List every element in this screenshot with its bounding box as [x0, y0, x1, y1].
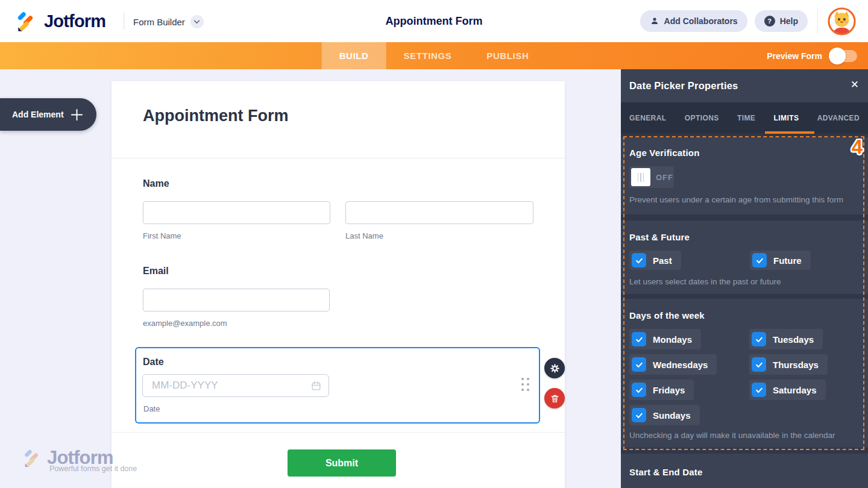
first-name-sublabel: First Name [143, 231, 181, 240]
tab-build[interactable]: BUILD [322, 42, 386, 69]
question-icon: ? [764, 16, 775, 27]
checked-checkbox-icon [752, 332, 766, 346]
header-divider [124, 13, 124, 30]
checked-checkbox-icon [632, 408, 646, 422]
email-sublabel: example@example.com [143, 319, 227, 328]
past-future-description: Let users select dates in the past or fu… [629, 277, 781, 286]
checkbox-fridays[interactable]: Fridays [629, 380, 694, 400]
age-verification-toggle[interactable]: OFF [629, 166, 674, 188]
panel-tab-time[interactable]: TIME [737, 114, 755, 122]
toggle-knob [631, 168, 650, 186]
checked-checkbox-icon [632, 332, 646, 346]
form-card: Appointment Form Name First Name Last Na… [112, 81, 565, 488]
date-field-label[interactable]: Date [143, 357, 164, 368]
checked-checkbox-icon [632, 383, 646, 397]
checked-checkbox-icon [632, 357, 646, 372]
page-title: Appointment Form [386, 15, 483, 28]
date-sublabel: Date [143, 404, 160, 413]
section-days-of-week: Days of the week Mondays Tuesdays Wednes… [621, 299, 868, 448]
past-future-heading: Past & Future [629, 232, 690, 242]
checkbox-mondays[interactable]: Mondays [629, 329, 701, 349]
preview-form-toggle[interactable] [829, 48, 857, 64]
tab-settings[interactable]: SETTINGS [386, 42, 469, 69]
checkbox-wednesdays[interactable]: Wednesdays [629, 354, 717, 375]
date-picker-properties-panel: Date Picker Properties ✕ GENERAL OPTIONS… [621, 69, 868, 488]
app-header: Jotform Form Builder Appointment Form Ad… [0, 0, 868, 42]
builder-nav: BUILD SETTINGS PUBLISH Preview Form [0, 42, 868, 69]
divider [112, 158, 565, 158]
date-field-selected[interactable]: Date Date [135, 347, 540, 424]
step-badge: 4 [852, 136, 863, 158]
days-of-week-heading: Days of the week [629, 310, 705, 321]
last-name-input[interactable] [345, 201, 533, 224]
checked-checkbox-icon [752, 383, 766, 397]
divider [112, 432, 565, 433]
last-name-sublabel: Last Name [345, 231, 383, 240]
preview-form-label: Preview Form [767, 51, 822, 61]
plus-icon [70, 108, 84, 122]
panel-tabs: GENERAL OPTIONS TIME LIMITS ADVANCED [621, 102, 868, 134]
builder-canvas: Add Element Appointment Form Name First … [0, 69, 621, 488]
close-icon[interactable]: ✕ [851, 80, 859, 90]
age-verification-description: Prevent users under a certain age from s… [629, 195, 843, 204]
checkbox-saturdays[interactable]: Saturdays [749, 380, 826, 400]
field-settings-button[interactable] [544, 358, 565, 378]
first-name-input[interactable] [143, 201, 330, 224]
jotform-logo[interactable]: Jotform [14, 10, 105, 33]
jotform-watermark[interactable]: Jotform Powerful forms get it done [22, 447, 137, 473]
help-button[interactable]: ? Help [755, 10, 808, 32]
add-element-label: Add Element [12, 110, 64, 119]
gear-icon [549, 363, 561, 374]
field-delete-button[interactable] [544, 388, 565, 408]
panel-header: Date Picker Properties ✕ [621, 69, 868, 102]
trash-icon [550, 393, 560, 404]
add-collaborators-button[interactable]: Add Collaborators [640, 10, 747, 32]
days-of-week-description: Unchecking a day will make it unavailabl… [629, 431, 835, 440]
checkbox-tuesdays[interactable]: Tuesdays [749, 329, 823, 349]
submit-button[interactable]: Submit [288, 449, 396, 477]
checkbox-past[interactable]: Past [629, 251, 681, 270]
help-label: Help [780, 16, 798, 26]
checkbox-thursdays[interactable]: Thursdays [749, 354, 828, 375]
product-label: Form Builder [133, 17, 185, 27]
section-age-verification: Age Verification OFF Prevent users under… [621, 137, 868, 214]
checkbox-sundays[interactable]: Sundays [629, 405, 700, 425]
panel-tab-general[interactable]: GENERAL [629, 114, 666, 122]
jotform-logo-icon [14, 10, 37, 33]
header-divider-2 [817, 8, 818, 34]
checked-checkbox-icon [632, 253, 646, 267]
panel-tab-options[interactable]: OPTIONS [685, 114, 719, 122]
email-input[interactable] [143, 289, 330, 311]
toggle-off-label: OFF [656, 173, 673, 182]
tab-publish[interactable]: PUBLISH [469, 42, 546, 69]
section-start-end-date: Start & End Date [621, 454, 868, 488]
checked-checkbox-icon [752, 357, 766, 372]
form-builder-dropdown[interactable]: Form Builder [133, 15, 204, 28]
email-field-label[interactable]: Email [143, 266, 169, 277]
panel-tab-advanced[interactable]: ADVANCED [817, 114, 860, 122]
add-collaborators-label: Add Collaborators [664, 16, 738, 26]
panel-title: Date Picker Properties [629, 80, 738, 92]
brand-wordmark: Jotform [44, 11, 105, 31]
watermark-tagline: Powerful forms get it done [49, 465, 137, 473]
date-input[interactable] [142, 374, 329, 397]
chevron-down-icon [190, 15, 204, 28]
avatar[interactable] [828, 7, 856, 36]
start-end-date-heading: Start & End Date [629, 467, 703, 477]
add-element-button[interactable]: Add Element [0, 98, 96, 131]
section-past-future: Past & Future Past Future Let users sele… [621, 221, 868, 294]
checkbox-future[interactable]: Future [750, 251, 811, 270]
active-tab-underline [765, 131, 814, 134]
panel-tab-limits[interactable]: LIMITS [774, 114, 799, 122]
person-icon [650, 16, 659, 26]
calendar-icon[interactable] [310, 380, 322, 392]
name-field-label[interactable]: Name [143, 178, 169, 189]
drag-handle[interactable] [521, 378, 529, 391]
jotform-watermark-icon [22, 448, 42, 468]
checked-checkbox-icon [752, 253, 767, 267]
form-title[interactable]: Appointment Form [143, 107, 288, 125]
age-verification-heading: Age Verification [629, 148, 700, 158]
